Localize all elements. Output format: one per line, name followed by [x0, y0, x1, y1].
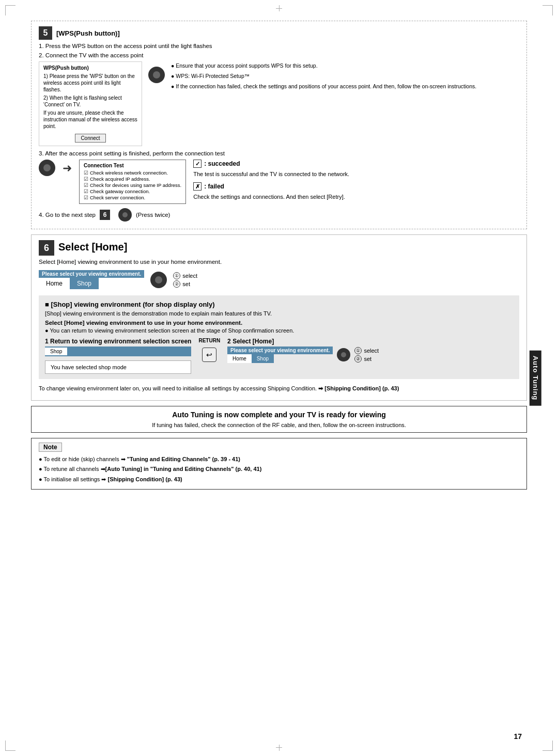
check-item-4: ☑ Check gateway connection. [84, 188, 181, 194]
section-6-title: Select [Home] [58, 241, 127, 253]
env-tab-shop[interactable]: Shop [70, 278, 99, 289]
env-tab-home[interactable]: Home [39, 278, 70, 289]
shop-home-tab[interactable]: Home [227, 354, 252, 363]
section-6: 6 Select [Home] Select [Home] viewing en… [31, 234, 527, 401]
succeeded-label: : succeeded [204, 160, 240, 167]
shop-select-steps: ① select ② set [354, 347, 379, 363]
wps-bullet2: WPS: Wi-Fi Protected Setup™ [171, 72, 476, 81]
set-label: set [182, 281, 190, 287]
return-label: RETURN [198, 338, 220, 343]
arrow-right-icon: ➜ [63, 162, 72, 175]
step-4-text: 4. Go to the next step [39, 212, 96, 218]
page-number: 17 [514, 732, 522, 741]
wps-box: WPS(Push button) 1) Please press the 'WP… [39, 61, 142, 146]
succeeded-desc: The test is successful and the TV is con… [193, 170, 519, 178]
check-icon-3: ☑ [84, 182, 88, 188]
shop-select-step-2: ② set [354, 355, 379, 363]
step-2-text: 2. Connect the TV with the access point [39, 52, 519, 58]
note-item-3: To initialise all settings ➡ [Shipping C… [39, 475, 519, 484]
connection-test-box: Connection Test ☑ Check wireless network… [79, 160, 186, 204]
note-item-2: To retune all channels ➡[Auto Tuning] in… [39, 465, 519, 474]
shop-bullet: You can return to viewing environment se… [45, 327, 513, 334]
env-box-wrapper: Please select your viewing environment. … [39, 270, 144, 289]
shop-mode-box: You have selected shop mode [45, 360, 191, 374]
step4-num: 6 [100, 210, 110, 220]
shop-select-label: select [364, 348, 379, 354]
connect-button[interactable]: Connect [75, 134, 105, 143]
shop-section-desc: [Shop] viewing environment is the demons… [45, 310, 513, 317]
return-icon: ↩ [206, 351, 212, 359]
wps-line1: 1) Please press the 'WPS' button on the … [43, 73, 137, 93]
return-button[interactable]: ↩ [202, 348, 216, 362]
section-6-subtitle: Select [Home] viewing environment to use… [39, 259, 519, 265]
wps-bullet3: If the connection has failed, check the … [171, 82, 476, 91]
check-item-5: ☑ Check server connection. [84, 195, 181, 200]
shop-step-1-col: 1 Return to viewing environment selectio… [45, 338, 191, 374]
press-twice-text: (Press twice) [136, 212, 170, 218]
shop-sub-grid: 1 Return to viewing environment selectio… [45, 338, 513, 374]
section-6-header: 6 Select [Home] [39, 240, 519, 256]
shop-tab-active: Shop [45, 348, 67, 355]
section-5-num: 5 [39, 26, 52, 40]
x-icon: ✗ [193, 182, 202, 191]
wps-line2: 2) When the light is flashing select 'Co… [43, 94, 137, 108]
shop-step2-content: Please select your viewing environment. … [227, 346, 513, 363]
check-item-1: ☑ Check wireless network connection. [84, 170, 181, 176]
return-area: RETURN ↩ [198, 338, 220, 362]
shop-circle-2: ② [354, 355, 362, 363]
check-icon-1: ☑ [84, 170, 88, 176]
d-pad-3 [118, 208, 132, 222]
note-box: Note To edit or hide (skip) channels ➡ "… [31, 438, 527, 490]
result-succeeded: ✓ : succeeded [193, 160, 519, 168]
failed-label: : failed [204, 183, 224, 190]
shop-env-title: Please select your viewing environment. [227, 346, 333, 354]
shop-env-wrapper: Please select your viewing environment. … [227, 346, 333, 363]
connection-test-row: ➜ Connection Test ☑ Check wireless netwo… [39, 160, 519, 204]
step-1-text: 1. Press the WPS button on the access po… [39, 43, 519, 49]
section-5-title: [WPS(Push button)] [56, 29, 120, 37]
shop-select-step-1: ① select [354, 347, 379, 354]
shop-mode-text: You have selected shop mode [51, 364, 127, 370]
section-5-header: 5 [WPS(Push button)] [39, 26, 519, 40]
shop-step-1-num: 1 Return to viewing environment selectio… [45, 338, 191, 345]
check-icon-2: ☑ [84, 176, 88, 182]
env-select-title: Please select your viewing environment. [39, 270, 144, 278]
note-title: Note [39, 443, 62, 452]
env-select-row: Please select your viewing environment. … [39, 270, 519, 289]
complete-box: Auto Tuning is now complete and your TV … [31, 406, 527, 433]
shop-bold-note: Select [Home] viewing environment to use… [45, 320, 513, 326]
change-note: To change viewing environment later on, … [39, 384, 519, 393]
d-pad-inner [153, 71, 160, 78]
wps-bullet1: Ensure that your access point supports W… [171, 61, 476, 70]
result-column: ✓ : succeeded The test is successful and… [193, 160, 519, 201]
d-pad-env [150, 272, 167, 288]
shop-section: ■ [Shop] viewing environment (for shop d… [39, 295, 519, 379]
shop-shop-tab[interactable]: Shop [252, 354, 274, 363]
wps-line3: If you are unsure, please check the inst… [43, 109, 137, 130]
shop-step-2-num: 2 Select [Home] [227, 338, 513, 345]
shop-circle-1: ① [354, 347, 362, 354]
select-steps: ① select ② set [173, 272, 197, 288]
env-tabs-row: Home Shop [39, 278, 144, 289]
d-pad-2 [39, 160, 55, 176]
conn-test-title: Connection Test [84, 163, 181, 168]
select-label: select [182, 273, 197, 279]
shop-step-2-col: 2 Select [Home] Please select your viewi… [227, 338, 513, 363]
section-6-num: 6 [39, 240, 54, 256]
step-4-row: 4. Go to the next step 6 (Press twice) [39, 208, 519, 222]
wps-content: WPS(Push button) 1) Please press the 'WP… [39, 61, 519, 146]
result-failed: ✗ : failed [193, 182, 519, 191]
shop-tab-box: Shop [45, 346, 191, 356]
check-icon-5: ☑ [84, 195, 88, 200]
d-pad-shop-env [337, 348, 350, 361]
circle-2: ② [173, 280, 180, 288]
wps-box-title: WPS(Push button) [43, 65, 137, 71]
tick-icon: ✓ [193, 160, 202, 168]
select-step-1: ① select [173, 272, 197, 279]
wps-right-text: Ensure that your access point supports W… [171, 61, 476, 146]
failed-desc: Check the settings and connections. And … [193, 193, 519, 201]
circle-1: ① [173, 272, 180, 279]
step1-title: Return to viewing environment selection … [50, 338, 191, 345]
shipping-ref: ➡ [Shipping Condition] (p. 43) [318, 385, 399, 391]
check-item-3: ☑ Check for devices using same IP addres… [84, 182, 181, 188]
